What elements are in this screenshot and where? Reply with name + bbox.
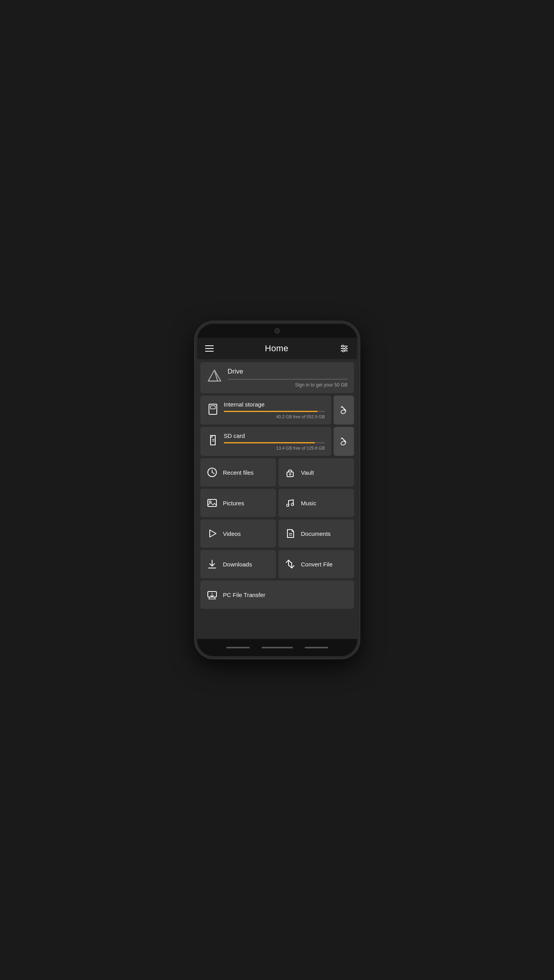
screen: Home: [197, 338, 357, 639]
sdcard-icon: [207, 434, 219, 446]
convert-icon: [285, 559, 296, 570]
sdcard-progress-bar: [224, 442, 325, 443]
sdcard-progress-fill: [224, 442, 315, 443]
svg-point-3: [345, 348, 347, 350]
menu-item-convert-file[interactable]: Convert File: [278, 550, 354, 578]
main-content: Drive Sign in to get your 50 GB: [197, 359, 357, 639]
menu-item-downloads[interactable]: Downloads: [200, 550, 276, 578]
menu-item-pc-file-transfer[interactable]: PC File Transfer: [200, 581, 354, 609]
drive-subtitle: Sign in to get your 50 GB: [228, 382, 348, 388]
drive-card[interactable]: Drive Sign in to get your 50 GB: [200, 362, 354, 393]
svg-point-5: [343, 350, 345, 352]
menu-item-vault[interactable]: Vault: [278, 458, 354, 486]
pc-file-transfer-label: PC File Transfer: [223, 592, 265, 598]
menu-item-documents[interactable]: Documents: [278, 519, 354, 548]
documents-label: Documents: [301, 530, 331, 537]
music-label: Music: [301, 500, 316, 506]
phone-bottom-bar: [197, 639, 357, 656]
svg-marker-26: [210, 530, 216, 537]
music-icon: [285, 497, 296, 508]
svg-line-19: [212, 472, 214, 474]
drive-name: Drive: [228, 368, 348, 376]
sdcard-storage-free: 13.4 GB free of 129.8 GB: [224, 446, 325, 450]
internal-storage-free: 40.2 GB free of 552.9 GB: [224, 414, 325, 419]
internal-storage-name: Internal storage: [224, 401, 325, 408]
clock-icon: [207, 467, 218, 478]
nav-pill-back: [226, 647, 250, 648]
svg-line-16: [341, 438, 342, 439]
nav-pill-home: [262, 647, 293, 648]
sdcard-storage-row: SD card 13.4 GB free of 129.8 GB: [200, 427, 354, 456]
pictures-icon: [207, 497, 218, 508]
downloads-label: Downloads: [223, 561, 252, 568]
app-header: Home: [197, 338, 357, 359]
drive-info: Drive Sign in to get your 50 GB: [228, 368, 348, 388]
internal-progress-bar: [224, 411, 325, 412]
menu-grid: Recent files Vault: [200, 458, 354, 578]
svg-rect-20: [287, 472, 293, 477]
front-camera: [274, 328, 280, 334]
vault-label: Vault: [301, 469, 314, 476]
page-title: Home: [265, 343, 289, 354]
svg-point-21: [289, 474, 291, 475]
phone-frame: Home: [195, 321, 360, 659]
lock-icon: [285, 467, 296, 478]
download-icon: [207, 559, 218, 570]
menu-item-recent-files[interactable]: Recent files: [200, 458, 276, 486]
document-icon: [285, 528, 296, 539]
sdcard-storage-card[interactable]: SD card 13.4 GB free of 129.8 GB: [200, 427, 331, 456]
internal-storage-card[interactable]: Internal storage 40.2 GB free of 552.9 G…: [200, 396, 331, 425]
sdcard-storage-name: SD card: [224, 432, 325, 439]
internal-clean-button[interactable]: [334, 396, 354, 425]
internal-storage-info: Internal storage 40.2 GB free of 552.9 G…: [224, 401, 325, 419]
svg-rect-10: [211, 406, 215, 409]
svg-point-1: [342, 345, 344, 347]
internal-storage-row: Internal storage 40.2 GB free of 552.9 G…: [200, 396, 354, 425]
play-icon: [207, 528, 218, 539]
hamburger-menu-button[interactable]: [205, 345, 214, 352]
recent-files-label: Recent files: [223, 469, 254, 476]
sdcard-storage-info: SD card 13.4 GB free of 129.8 GB: [224, 432, 325, 450]
pictures-label: Pictures: [223, 500, 244, 506]
menu-item-pictures[interactable]: Pictures: [200, 489, 276, 517]
convert-file-label: Convert File: [301, 561, 333, 568]
internal-storage-icon: [207, 403, 219, 415]
drive-logo-icon: [207, 368, 222, 384]
transfer-icon: [207, 589, 218, 600]
drive-progress-bar: [228, 379, 348, 380]
menu-item-videos[interactable]: Videos: [200, 519, 276, 548]
internal-progress-fill: [224, 411, 318, 412]
nav-pill-recents: [305, 647, 328, 648]
menu-item-music[interactable]: Music: [278, 489, 354, 517]
videos-label: Videos: [223, 530, 241, 537]
svg-line-12: [341, 407, 342, 408]
svg-rect-22: [208, 499, 216, 506]
phone-top-bar: [197, 324, 357, 338]
sdcard-clean-button[interactable]: [334, 427, 354, 456]
settings-button[interactable]: [340, 344, 349, 353]
